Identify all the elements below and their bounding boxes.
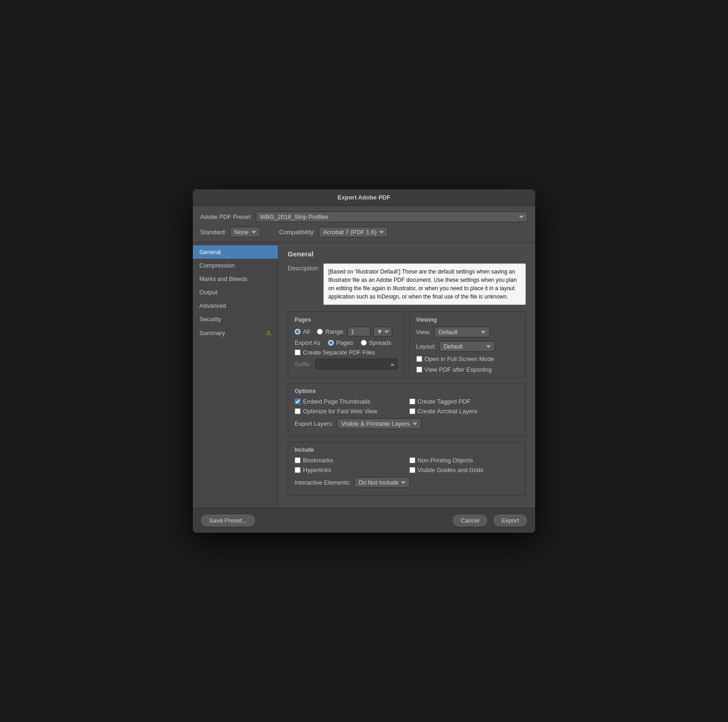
description-box[interactable]: [Based on 'Illustrator Default'] These a… xyxy=(323,263,526,305)
separate-pdf-label[interactable]: Create Separate PDF Files xyxy=(295,349,375,356)
pages-range-radio[interactable] xyxy=(317,329,323,335)
pages-pages-text: Pages xyxy=(336,339,353,346)
hyperlinks-checkbox[interactable] xyxy=(295,467,301,473)
description-area: Description: [Based on 'Illustrator Defa… xyxy=(288,263,526,305)
view-after-text: View PDF after Exporting xyxy=(425,366,492,373)
tagged-pdf-checkbox[interactable] xyxy=(409,398,415,405)
view-row: View: Default xyxy=(416,327,519,337)
full-screen-label[interactable]: Open in Full Screen Mode xyxy=(416,355,519,362)
preset-row: Adobe PDF Preset: WBG_2018_Strip Profile… xyxy=(193,206,535,225)
bookmarks-text: Bookmarks xyxy=(303,457,333,464)
separate-pdf-row: Create Separate PDF Files xyxy=(295,349,398,356)
sidebar: General Compression Marks and Bleeds Out… xyxy=(193,243,278,508)
pages-range-label[interactable]: Range: xyxy=(317,328,345,335)
options-checkboxes: Embed Page Thumbnails Optimize for Fast … xyxy=(295,398,519,415)
standard-select[interactable]: None xyxy=(230,227,260,237)
non-printing-label[interactable]: Non-Printing Objects xyxy=(409,457,519,464)
options-section: Options Embed Page Thumbnails Optimize f… xyxy=(288,383,526,437)
pages-spreads-text: Spreads xyxy=(369,339,391,346)
main-body: General Compression Marks and Bleeds Out… xyxy=(193,242,535,508)
pages-pages-label[interactable]: Pages xyxy=(328,339,353,346)
sidebar-item-summary-label: Summary xyxy=(199,330,225,336)
interactive-elements-label: Interactive Elements: xyxy=(295,479,351,486)
standard-compatibility-row: Standard: None Compatibility: Acrobat 7 … xyxy=(193,225,535,242)
sidebar-item-marks-and-bleeds[interactable]: Marks and Bleeds xyxy=(193,272,278,286)
compatibility-group: Compatibility: Acrobat 7 (PDF 1.6) xyxy=(279,227,388,237)
viewing-title: Viewing xyxy=(416,317,519,323)
export-as-pages-radio[interactable] xyxy=(328,340,334,346)
optimize-checkbox[interactable] xyxy=(295,408,301,414)
visible-guides-checkbox[interactable] xyxy=(409,467,415,473)
interactive-elements-select[interactable]: Do Not Include xyxy=(354,477,410,488)
embed-thumbnails-text: Embed Page Thumbnails xyxy=(303,398,370,405)
preset-label: Adobe PDF Preset: xyxy=(200,213,252,220)
suffix-arrow-icon: ▶ xyxy=(391,361,395,367)
title-bar: Export Adobe PDF xyxy=(193,189,535,206)
visible-guides-label[interactable]: Visible Guides and Grids xyxy=(409,467,519,473)
optimize-label[interactable]: Optimize for Fast Web View xyxy=(295,408,405,415)
view-select[interactable]: Default xyxy=(434,327,490,337)
acrobat-layers-label[interactable]: Create Acrobat Layers xyxy=(409,408,519,415)
export-layers-group: Export Layers: Visible & Printable Layer… xyxy=(295,418,519,429)
export-layers-select[interactable]: Visible & Printable Layers xyxy=(337,418,421,429)
optimize-text: Optimize for Fast Web View xyxy=(303,408,377,415)
view-after-label[interactable]: View PDF after Exporting xyxy=(416,366,519,373)
bookmarks-label[interactable]: Bookmarks xyxy=(295,457,405,464)
view-label: View: xyxy=(416,329,431,336)
sidebar-item-output-label: Output xyxy=(199,289,217,296)
embed-thumbnails-checkbox[interactable] xyxy=(295,398,301,405)
pages-all-label[interactable]: All xyxy=(295,328,309,335)
sidebar-item-general-label: General xyxy=(199,249,221,255)
include-section: Include Bookmarks Hyperlinks xyxy=(288,442,526,496)
suffix-input[interactable] xyxy=(315,359,398,369)
viewing-col: View: Default Layout: Default xyxy=(416,327,519,373)
standard-group: Standard: None xyxy=(200,227,260,237)
acrobat-layers-checkbox[interactable] xyxy=(409,408,415,414)
include-right-col: Non-Printing Objects Visible Guides and … xyxy=(409,457,519,473)
preset-select[interactable]: WBG_2018_Strip Profiles xyxy=(256,212,528,222)
non-printing-checkbox[interactable] xyxy=(409,457,415,463)
pages-viewing-row: Pages All Range: xyxy=(288,311,526,383)
cancel-export-group: Cancel Export xyxy=(452,514,528,527)
pages-all-radio[interactable] xyxy=(295,329,301,335)
range-label-text: Range: xyxy=(325,328,345,335)
sidebar-item-advanced-label: Advanced xyxy=(199,302,226,309)
range-input[interactable] xyxy=(347,327,370,336)
save-preset-button[interactable]: Save Preset... xyxy=(200,514,256,527)
export-pdf-dialog: Export Adobe PDF Adobe PDF Preset: WBG_2… xyxy=(193,189,535,533)
layout-select[interactable]: Default xyxy=(439,341,495,352)
pages-all-range-row: All Range: ▼ xyxy=(295,327,398,336)
export-as-label: Export As xyxy=(295,339,321,346)
separate-pdf-checkbox[interactable] xyxy=(295,349,301,355)
content-area: General Description: [Based on 'Illustra… xyxy=(278,243,535,508)
compatibility-select[interactable]: Acrobat 7 (PDF 1.6) xyxy=(319,227,388,237)
embed-thumbnails-label[interactable]: Embed Page Thumbnails xyxy=(295,398,405,405)
options-title: Options xyxy=(295,388,519,394)
sidebar-item-summary[interactable]: Summary ⚠ xyxy=(193,326,278,340)
full-screen-checkbox[interactable] xyxy=(416,356,422,362)
cancel-button[interactable]: Cancel xyxy=(452,514,488,527)
sidebar-item-general[interactable]: General xyxy=(193,245,278,259)
pages-spreads-label[interactable]: Spreads xyxy=(361,339,391,346)
view-after-checkbox[interactable] xyxy=(416,367,422,373)
sidebar-item-compression[interactable]: Compression xyxy=(193,259,278,272)
export-as-spreads-radio[interactable] xyxy=(361,340,367,346)
range-select[interactable]: ▼ xyxy=(373,327,392,336)
interactive-elements-group: Interactive Elements: Do Not Include xyxy=(295,477,519,488)
sidebar-item-security-label: Security xyxy=(199,316,221,323)
bookmarks-checkbox[interactable] xyxy=(295,457,301,463)
sidebar-item-output[interactable]: Output xyxy=(193,286,278,299)
include-title: Include xyxy=(295,447,519,453)
dialog-title: Export Adobe PDF xyxy=(338,194,390,201)
sidebar-item-security[interactable]: Security xyxy=(193,312,278,326)
sidebar-item-advanced[interactable]: Advanced xyxy=(193,299,278,312)
tagged-pdf-label[interactable]: Create Tagged PDF xyxy=(409,398,519,405)
sidebar-item-marks-label: Marks and Bleeds xyxy=(199,275,247,282)
all-label-text: All xyxy=(303,328,309,335)
interactive-elements-row: Interactive Elements: Do Not Include xyxy=(295,477,519,488)
tagged-pdf-text: Create Tagged PDF xyxy=(418,398,471,405)
range-group: Range: ▼ xyxy=(317,327,392,336)
hyperlinks-label[interactable]: Hyperlinks xyxy=(295,467,405,473)
export-button[interactable]: Export xyxy=(493,514,528,527)
bottom-bar: Save Preset... Cancel Export xyxy=(193,508,535,533)
